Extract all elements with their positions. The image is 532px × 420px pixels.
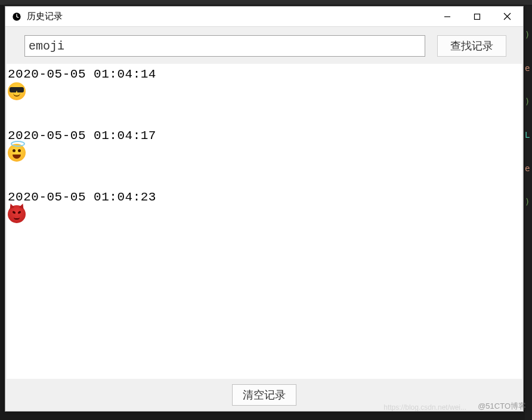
history-list[interactable]: 2020-05-05 01:04:14 2020-05-05 01:04:17 …: [7, 64, 522, 379]
search-row: 查找记录: [5, 27, 523, 64]
minimize-button[interactable]: [432, 7, 462, 26]
emoji-devil-icon: [8, 205, 26, 223]
close-button[interactable]: [492, 7, 522, 26]
history-window: 历史记录 查找记录 2020-05-05 01:04:14 2020-05-05…: [5, 6, 524, 412]
clock-icon: [11, 11, 22, 22]
titlebar[interactable]: 历史记录: [5, 7, 523, 27]
entry-timestamp: 2020-05-05 01:04:23: [8, 190, 522, 204]
window-title: 历史记录: [27, 11, 432, 22]
svg-rect-2: [475, 14, 480, 19]
watermark-text: @51CTO博客: [478, 401, 526, 412]
watermark-url: https://blog.csdn.net/wei...: [383, 403, 466, 412]
clear-button[interactable]: 清空记录: [232, 384, 296, 406]
emoji-angel-icon: [8, 144, 26, 162]
background-code: [0, 0, 532, 5]
history-entry: 2020-05-05 01:04:14: [7, 67, 522, 100]
emoji-cool-icon: [8, 82, 26, 100]
entry-timestamp: 2020-05-05 01:04:14: [8, 67, 522, 81]
minimize-icon: [444, 13, 451, 20]
maximize-button[interactable]: [462, 7, 492, 26]
maximize-icon: [474, 13, 481, 20]
search-input[interactable]: [24, 35, 425, 57]
close-icon: [503, 13, 511, 20]
search-button[interactable]: 查找记录: [437, 35, 506, 57]
background-edge: )e)Le): [525, 6, 532, 420]
history-entry: 2020-05-05 01:04:17: [7, 129, 522, 162]
window-controls: [432, 7, 522, 26]
entry-timestamp: 2020-05-05 01:04:17: [8, 129, 522, 143]
history-entry: 2020-05-05 01:04:23: [7, 190, 522, 223]
